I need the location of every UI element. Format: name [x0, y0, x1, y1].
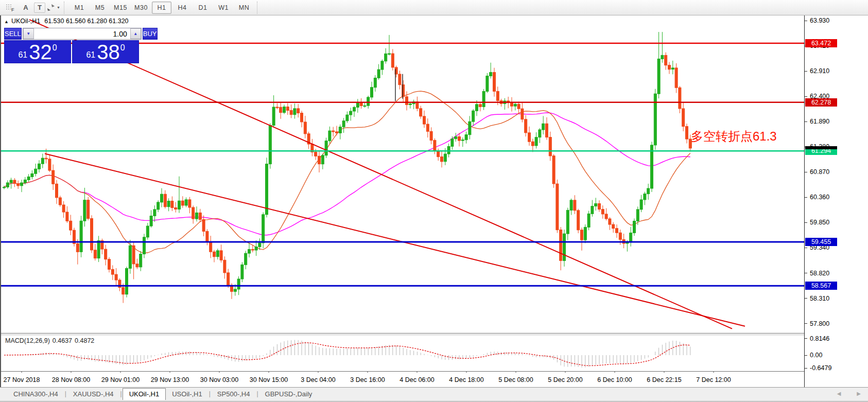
macd-signal-value: 0.4872 — [75, 337, 94, 344]
price-tick-mark — [805, 21, 807, 21]
time-axis-label: 27 Nov 2018 — [4, 376, 40, 383]
price-tick-label: 62.910 — [810, 67, 829, 75]
time-axis-label: 30 Nov 03:00 — [200, 376, 238, 383]
tabs-scroll-right-icon[interactable]: ▶ — [857, 391, 861, 396]
price-tick-mark — [805, 323, 807, 324]
time-axis-label: 6 Dec 22:15 — [647, 376, 681, 383]
price-tick-mark — [805, 248, 807, 248]
macd-main-value: 0.4637 — [53, 337, 72, 344]
price-tick-label: 61.890 — [810, 117, 829, 126]
macd-indicator-label: MACD(12,26,9)0.46370.4872 — [5, 337, 97, 344]
tab-ukoil[interactable]: UKOil-,H1 — [123, 388, 166, 400]
time-axis-label: 4 Dec 06:00 — [400, 376, 434, 383]
time-axis-label: 29 Nov 01:00 — [101, 376, 140, 383]
grid-f-icon-glyph: F — [6, 4, 15, 12]
pane-separators — [1, 334, 804, 372]
macd-tick-label: 0.8146 — [810, 335, 829, 343]
chart-canvas[interactable] — [1, 15, 804, 387]
sell-button[interactable]: SELL — [4, 28, 22, 40]
tab-usoil[interactable]: USOil-,H1 — [166, 389, 209, 400]
toolbar-separator — [64, 2, 66, 14]
time-axis[interactable]: 27 Nov 201828 Nov 08:0029 Nov 01:0029 No… — [1, 373, 804, 387]
chart-text-annotation: 多空转折点61.3 — [691, 128, 777, 145]
price-level-badge: 59.455 — [805, 238, 837, 246]
macd-pane — [4, 340, 690, 368]
time-axis-label: 29 Nov 13:00 — [151, 376, 189, 383]
buy-price-sup: 0 — [120, 41, 125, 53]
arrows-tool-icon[interactable]: ▼ — [46, 2, 61, 14]
macd-tick-mark — [805, 355, 807, 356]
timeframe-m5[interactable]: M5 — [90, 2, 110, 14]
grid-f-icon[interactable]: F — [3, 2, 18, 14]
tab-gbpusd[interactable]: GBPUSD-,Daily — [259, 389, 319, 400]
timeframe-mn[interactable]: MN — [234, 2, 254, 14]
price-tick-label: 63.930 — [810, 16, 829, 25]
price-level-badge: 63.472 — [805, 39, 837, 47]
price-tick-label: 58.820 — [810, 269, 829, 277]
toolbar-separator — [257, 2, 259, 14]
price-level-badge: 58.567 — [805, 282, 837, 290]
timeframe-w1[interactable]: W1 — [214, 2, 233, 14]
time-axis-label: 3 Dec 16:00 — [350, 376, 385, 383]
sell-price-sup: 0 — [53, 41, 57, 53]
timeframe-m1[interactable]: M1 — [70, 2, 89, 14]
volume-decrease-button[interactable]: ▼ — [23, 28, 34, 39]
tab-xauusd[interactable]: XAUUSD-,H4 — [67, 389, 120, 400]
text-label-icon[interactable]: A — [19, 2, 33, 14]
chart-region: ▲UKOil-,H161.530 61.560 61.280 61.320 SE… — [0, 15, 804, 387]
arrows-glyph — [47, 4, 55, 11]
macd-tick-mark — [805, 368, 807, 369]
status-strip — [0, 400, 868, 402]
time-axis-label: 30 Nov 15:00 — [250, 376, 288, 383]
sell-price-big: 32 — [29, 42, 52, 62]
sell-price-prefix: 61 — [18, 50, 27, 60]
time-axis-label: 4 Dec 18:00 — [449, 376, 483, 383]
time-axis-label: 5 Dec 08:00 — [498, 376, 533, 383]
tabs-scroll-left-icon[interactable]: ◀ — [837, 391, 841, 396]
macd-tick-mark — [805, 338, 807, 339]
volume-control: ▼ ▲ — [23, 28, 142, 40]
ohlc-values: 61.530 61.560 61.280 61.320 — [44, 18, 128, 25]
price-tick-label: 60.870 — [810, 168, 829, 176]
price-axis[interactable]: 63.93063.42062.91062.40061.89061.38060.8… — [804, 15, 868, 387]
mt4-terminal: F A T ▼ M1 M5 M15 M30 H1 H4 D1 W1 MN ▲UK… — [0, 0, 868, 402]
one-click-trading-panel: SELL ▼ ▲ BUY 61320 61380 — [4, 28, 140, 63]
time-axis-label: 5 Dec 20:00 — [548, 376, 582, 383]
toolbar: F A T ▼ M1 M5 M15 M30 H1 H4 D1 W1 MN — [0, 0, 868, 15]
price-tick-label: 59.850 — [810, 218, 829, 226]
timeframe-d1[interactable]: D1 — [193, 2, 213, 14]
buy-button[interactable]: BUY — [143, 28, 158, 40]
price-tick-mark — [805, 96, 807, 97]
text-box-icon[interactable]: T — [34, 3, 45, 13]
tab-sp500[interactable]: SP500-,H4 — [211, 389, 256, 400]
tab-china300[interactable]: CHINA300-,H4 — [7, 389, 64, 400]
timeframe-h4[interactable]: H4 — [172, 2, 192, 14]
chart-objects[interactable] — [1, 20, 804, 329]
price-tick-mark — [805, 172, 807, 172]
candles — [3, 32, 692, 303]
dropdown-caret-icon: ▼ — [57, 6, 60, 9]
price-tick-mark — [805, 197, 807, 198]
buy-price-big: 38 — [97, 42, 120, 62]
volume-input[interactable] — [34, 28, 130, 39]
sell-price-display[interactable]: 61320 — [4, 40, 71, 63]
chart-title: ▲UKOil-,H161.530 61.560 61.280 61.320 — [4, 18, 129, 25]
timeframe-m30[interactable]: M30 — [131, 2, 151, 14]
price-tick-mark — [805, 222, 807, 223]
price-tick-mark — [805, 298, 807, 299]
timeframe-m15[interactable]: M15 — [111, 2, 130, 14]
svg-text:F: F — [11, 7, 14, 12]
price-tick-label: 57.800 — [810, 320, 829, 328]
buy-price-display[interactable]: 61380 — [72, 40, 139, 63]
time-axis-label: 7 Dec 12:00 — [696, 376, 731, 383]
symbol-timeframe: UKOil-,H1 — [11, 18, 40, 25]
timeframe-h1[interactable]: H1 — [152, 2, 171, 14]
collapse-arrow-icon[interactable]: ▲ — [4, 19, 9, 24]
macd-tick-label: 0.00 — [810, 351, 822, 359]
price-tick-mark — [805, 121, 807, 122]
time-axis-label: 28 Nov 08:00 — [52, 376, 90, 383]
volume-increase-button[interactable]: ▲ — [130, 28, 141, 39]
price-tick-mark — [805, 273, 807, 273]
price-tick-label: 58.310 — [810, 294, 829, 303]
price-level-badge: 62.278 — [805, 98, 837, 107]
